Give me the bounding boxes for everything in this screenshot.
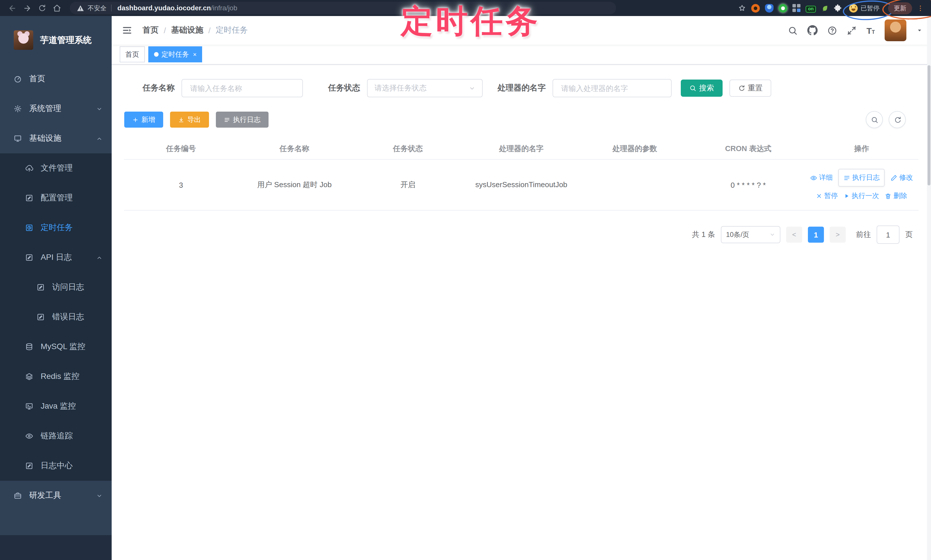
sidebar-item-api-log[interactable]: API 日志	[0, 243, 112, 272]
pause-link[interactable]: 暂停	[816, 191, 838, 201]
sidebar-item-file[interactable]: 文件管理	[0, 153, 112, 183]
col-handler-param: 处理器的参数	[578, 138, 691, 159]
profile-paused-chip[interactable]: 已暂停	[847, 3, 882, 14]
detail-link[interactable]: 详细	[811, 173, 833, 183]
sidebar-item-error-log[interactable]: 错误日志	[0, 302, 112, 332]
not-secure-label[interactable]: 不安全	[88, 4, 106, 12]
pagination: 共 1 条 10条/页 < 1 > 前往 页	[130, 226, 913, 244]
address-bar[interactable]: 不安全 dashboard.yudao.iocoder.cn /infra/jo…	[70, 2, 616, 14]
scrollbar-thumb[interactable]	[928, 65, 930, 185]
home-icon[interactable]	[50, 2, 63, 14]
edit-icon	[37, 313, 45, 321]
edit-icon	[25, 462, 33, 470]
next-page-button[interactable]: >	[830, 227, 846, 243]
page-unit-label: 页	[905, 229, 913, 240]
edit-icon	[25, 254, 33, 262]
sidebar-item-dev-tools[interactable]: 研发工具	[0, 481, 112, 511]
breadcrumb-infra[interactable]: 基础设施	[171, 25, 203, 35]
page-1-button[interactable]: 1	[808, 227, 824, 243]
job-status-select[interactable]: 请选择任务状态	[367, 79, 482, 97]
col-job-status: 任务状态	[351, 138, 465, 159]
sidebar-item-access-log[interactable]: 访问日志	[0, 272, 112, 302]
job-name-input[interactable]	[189, 83, 296, 93]
extension-icon-orange[interactable]	[751, 4, 760, 12]
page-size-select[interactable]: 10条/页	[721, 226, 780, 243]
avatar[interactable]	[885, 20, 906, 41]
reset-button[interactable]: 重置	[729, 80, 771, 97]
app-logo-row[interactable]: 芋道管理系统	[0, 16, 112, 64]
url-path[interactable]: /infra/job	[211, 4, 237, 12]
table-header-row: 任务编号 任务名称 任务状态 处理器的名字 处理器的参数 CRON 表达式 操作	[124, 138, 919, 159]
hamburger-icon[interactable]	[120, 23, 134, 38]
search-button[interactable]: 搜索	[681, 80, 723, 97]
cell-cron: 0 * * * * ? *	[691, 159, 805, 210]
delete-link[interactable]: 删除	[885, 191, 907, 201]
cell-actions: 详细 执行日志 修改	[805, 159, 919, 210]
close-icon[interactable]: ×	[193, 51, 197, 57]
font-size-icon[interactable]: TT	[866, 26, 875, 35]
handler-name-input[interactable]	[560, 83, 664, 93]
table-toolbar: 新增 导出 执行日志	[121, 111, 922, 128]
extension-icon-leaf[interactable]	[821, 4, 829, 12]
update-button[interactable]: 更新	[888, 2, 912, 14]
job-name-label: 任务名称	[143, 83, 175, 93]
table-row: 3 用户 Session 超时 Job 开启 sysUserSessionTim…	[124, 159, 919, 210]
show-search-button[interactable]	[866, 111, 883, 128]
extension-icon-blue[interactable]	[765, 4, 774, 12]
sidebar-item-infra[interactable]: 基础设施	[0, 124, 112, 153]
sidebar-item-trace[interactable]: 链路追踪	[0, 421, 112, 451]
forward-icon[interactable]	[21, 2, 33, 14]
edit-link[interactable]: 修改	[891, 173, 913, 183]
not-secure-icon	[77, 4, 84, 12]
bookmark-star-icon[interactable]	[738, 4, 746, 12]
extension-icon-grid[interactable]	[792, 4, 800, 12]
refresh-button[interactable]	[889, 111, 906, 128]
top-navbar: 首页 / 基础设施 / 定时任务 TT	[112, 16, 931, 45]
cell-job-id: 3	[124, 159, 237, 210]
job-name-input-wrap	[182, 79, 303, 97]
add-button[interactable]: 新增	[124, 112, 163, 128]
caret-down-icon[interactable]	[916, 27, 923, 34]
extension-icon-green[interactable]	[779, 4, 787, 12]
breadcrumb-home[interactable]: 首页	[143, 25, 159, 35]
help-icon[interactable]	[828, 25, 837, 35]
active-tab-dot	[154, 52, 159, 57]
browser-menu-icon[interactable]	[917, 4, 924, 12]
sidebar-item-system[interactable]: 系统管理	[0, 94, 112, 124]
sidebar-item-home[interactable]: 首页	[0, 64, 112, 94]
exec-log-button[interactable]: 执行日志	[216, 112, 268, 128]
sidebar-item-redis[interactable]: Redis 监控	[0, 362, 112, 391]
sidebar-item-mysql[interactable]: MySQL 监控	[0, 332, 112, 362]
page-scrollbar[interactable]	[927, 16, 931, 560]
breadcrumb: 首页 / 基础设施 / 定时任务	[143, 25, 248, 35]
cell-job-name: 用户 Session 超时 Job	[237, 159, 351, 210]
app-title: 芋道管理系统	[40, 35, 92, 46]
sidebar-item-config[interactable]: 配置管理	[0, 183, 112, 213]
sidebar-item-java[interactable]: Java 监控	[0, 391, 112, 421]
back-icon[interactable]	[6, 2, 18, 14]
sidebar-item-log-center[interactable]: 日志中心	[0, 451, 112, 481]
total-count: 共 1 条	[692, 229, 715, 240]
sidebar-item-job[interactable]: 定时任务	[0, 213, 112, 243]
search-icon[interactable]	[788, 25, 798, 35]
fullscreen-icon[interactable]	[847, 25, 857, 35]
chevron-down-icon	[469, 85, 475, 91]
job-status-label: 任务状态	[328, 83, 360, 93]
toolbox-icon	[14, 492, 22, 500]
prev-page-button[interactable]: <	[786, 227, 802, 243]
edit-icon	[25, 194, 33, 202]
url-domain[interactable]: dashboard.yudao.iocoder.cn	[117, 4, 211, 12]
col-handler-name: 处理器的名字	[465, 138, 578, 159]
tab-home[interactable]: 首页	[120, 46, 145, 62]
goto-page-input[interactable]	[877, 226, 900, 244]
reload-icon[interactable]	[35, 2, 48, 14]
page-content: 任务名称 任务状态 请选择任务状态 处理器的名字	[112, 65, 931, 560]
github-icon[interactable]	[808, 25, 818, 35]
extension-on-badge[interactable]: on	[806, 6, 816, 12]
col-actions: 操作	[805, 138, 919, 159]
run-once-link[interactable]: 执行一次	[844, 191, 879, 201]
row-exec-log-link[interactable]: 执行日志	[839, 169, 885, 186]
extensions-puzzle-icon[interactable]	[834, 4, 842, 12]
tab-job[interactable]: 定时任务 ×	[148, 46, 202, 62]
export-button[interactable]: 导出	[170, 112, 209, 128]
